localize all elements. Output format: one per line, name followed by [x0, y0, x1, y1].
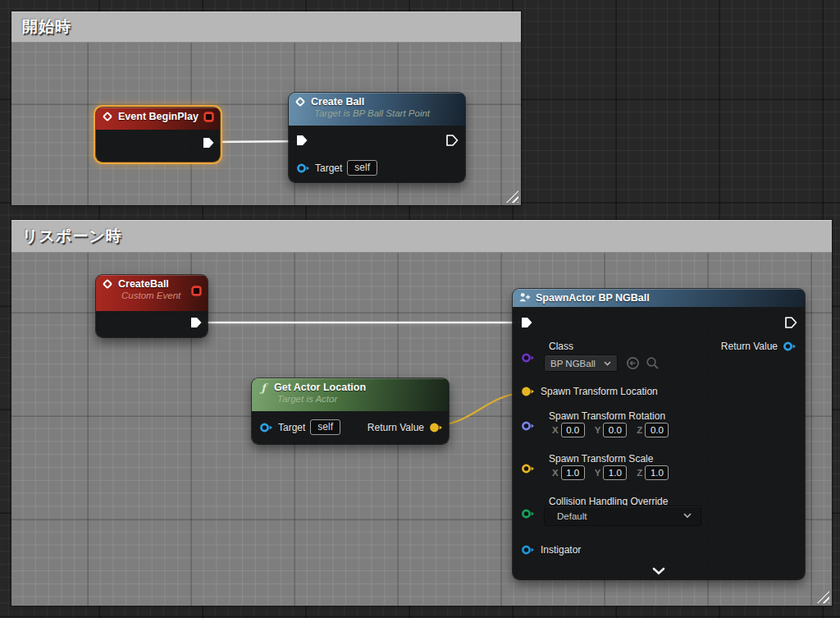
comment-title-bar[interactable]: リスポーン時 [11, 220, 832, 253]
exec-out-pin[interactable] [189, 316, 203, 329]
event-icon [102, 278, 113, 290]
target-value-chip[interactable]: self [310, 419, 340, 435]
node-header[interactable]: Event BeginPlay [96, 108, 220, 130]
node-title: Event BeginPlay [118, 111, 199, 122]
dropdown-chevron-icon [683, 513, 692, 519]
target-value-chip[interactable]: self [347, 160, 377, 176]
node-createball-event[interactable]: CreateBall Custom Event [96, 275, 208, 337]
comment-title-bar[interactable]: 開始時 [11, 11, 521, 43]
comment-title: リスポーン時 [22, 226, 122, 247]
return-value-pin[interactable] [783, 341, 797, 352]
class-pin[interactable] [521, 352, 535, 364]
function-icon: ƒ [258, 382, 269, 393]
target-pin-label: Target [315, 163, 342, 174]
axis-z-label: Z [637, 468, 642, 478]
collision-handling-pin[interactable] [521, 508, 535, 520]
node-subtitle: Target is Actor [258, 394, 443, 404]
spawn-transform-rotation-pin[interactable] [521, 420, 535, 432]
class-dropdown[interactable]: BP NGBall [544, 355, 618, 372]
axis-x-label: X [552, 468, 559, 478]
axis-x-label: X [552, 425, 559, 435]
exec-out-pin[interactable] [202, 136, 215, 149]
instigator-pin[interactable] [521, 544, 535, 556]
node-event-beginplay[interactable]: Event BeginPlay [96, 108, 220, 162]
comment-title: 開始時 [22, 16, 71, 38]
spawn-transform-rotation-label: Spawn Transform Rotation [549, 410, 665, 422]
target-pin[interactable] [296, 163, 310, 174]
scale-z-input[interactable]: 1.0 [645, 465, 669, 480]
node-title: Create Ball [311, 96, 364, 108]
collision-dropdown-value: Default [557, 511, 587, 521]
return-value-label: Return Value [721, 341, 778, 352]
class-dropdown-value: BP NGBall [550, 359, 596, 369]
chevron-down-icon [651, 567, 666, 575]
return-value-label: Return Value [368, 422, 424, 433]
node-header[interactable]: SpawnActor BP NGBall [513, 289, 805, 307]
event-icon [102, 111, 113, 122]
spawn-actor-icon [518, 291, 531, 304]
node-header[interactable]: Create Ball Target is BP Ball Start Poin… [289, 93, 465, 126]
axis-y-label: Y [595, 425, 601, 435]
spawn-transform-location-label: Spawn Transform Location [541, 386, 658, 397]
scale-y-input[interactable]: 1.0 [603, 465, 627, 480]
spawn-transform-scale-pin[interactable] [521, 463, 535, 474]
event-badge-icon [191, 286, 202, 296]
collision-handling-dropdown[interactable]: Default [544, 506, 701, 526]
rotation-y-input[interactable]: 0.0 [603, 423, 627, 437]
instigator-label: Instigator [541, 544, 581, 556]
rotation-z-input[interactable]: 0.0 [645, 423, 669, 437]
class-pin-label: Class [549, 341, 573, 352]
rotation-x-input[interactable]: 0.0 [561, 423, 585, 437]
node-title: Get Actor Location [274, 382, 366, 393]
node-title: SpawnActor BP NGBall [536, 292, 650, 304]
node-header[interactable]: ƒ Get Actor Location Target is Actor [252, 378, 449, 411]
event-badge-icon [203, 112, 214, 122]
node-subtitle: Custom Event [102, 291, 202, 300]
scale-x-input[interactable]: 1.0 [561, 465, 585, 480]
return-value-pin[interactable] [429, 422, 443, 433]
node-spawnactor-bp-ngball[interactable]: SpawnActor BP NGBall Class Return Value … [513, 289, 805, 579]
node-subtitle: Target is BP Ball Start Point [294, 108, 459, 118]
exec-out-pin[interactable] [784, 316, 797, 329]
event-icon [294, 96, 306, 108]
browse-asset-icon[interactable] [646, 356, 660, 370]
node-create-ball[interactable]: Create Ball Target is BP Ball Start Poin… [289, 93, 465, 182]
spawn-transform-location-pin[interactable] [521, 386, 535, 397]
spawn-transform-scale-label: Spawn Transform Scale [549, 453, 653, 465]
target-pin-label: Target [278, 422, 305, 433]
node-get-actor-location[interactable]: ƒ Get Actor Location Target is Actor Tar… [252, 378, 449, 444]
exec-in-pin[interactable] [520, 316, 533, 329]
exec-out-pin[interactable] [445, 134, 459, 147]
axis-z-label: Z [637, 425, 642, 435]
exec-in-pin[interactable] [295, 134, 308, 147]
expand-pins-button[interactable] [651, 564, 666, 579]
node-header[interactable]: CreateBall Custom Event [96, 275, 208, 311]
node-title: CreateBall [118, 278, 169, 290]
pick-asset-icon[interactable] [626, 356, 640, 370]
axis-y-label: Y [595, 468, 601, 478]
target-pin[interactable] [259, 422, 273, 433]
dropdown-chevron-icon [604, 361, 611, 366]
